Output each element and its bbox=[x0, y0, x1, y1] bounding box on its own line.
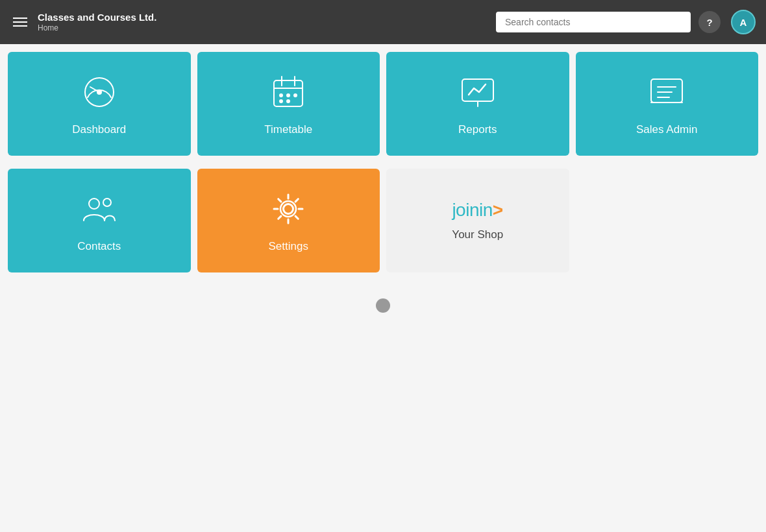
search-input[interactable] bbox=[496, 12, 691, 32]
tile-contacts-label: Contacts bbox=[77, 240, 121, 253]
tile-contacts[interactable]: Contacts bbox=[8, 169, 191, 272]
svg-rect-14 bbox=[651, 79, 682, 103]
gear-icon bbox=[267, 188, 309, 230]
monitor-chart-icon bbox=[457, 71, 499, 113]
joinin-logo: joinin> bbox=[452, 200, 503, 221]
tile-reports[interactable]: Reports bbox=[386, 52, 569, 156]
tile-timetable-label: Timetable bbox=[264, 123, 312, 136]
svg-point-8 bbox=[294, 94, 297, 97]
svg-point-7 bbox=[287, 94, 290, 97]
tile-sales-admin[interactable]: Sales Admin bbox=[576, 52, 759, 156]
calendar-icon bbox=[267, 71, 309, 113]
tile-grid-row2: Contacts Settings joinin> Your Shop bbox=[8, 169, 758, 272]
app-name: Classes and Courses Ltd. bbox=[38, 12, 488, 23]
tile-dashboard-label: Dashboard bbox=[72, 123, 126, 136]
speedometer-icon bbox=[79, 71, 120, 113]
tile-your-shop-label: Your Shop bbox=[452, 228, 503, 241]
svg-point-6 bbox=[280, 94, 282, 97]
svg-point-20 bbox=[103, 199, 111, 206]
app-subtitle: Home bbox=[38, 23, 488, 32]
svg-point-1 bbox=[97, 90, 101, 94]
loading-indicator bbox=[376, 298, 390, 313]
contacts-icon bbox=[79, 188, 120, 230]
header-title-block: Classes and Courses Ltd. Home bbox=[38, 12, 488, 32]
tile-your-shop[interactable]: joinin> Your Shop bbox=[386, 169, 569, 272]
tile-settings[interactable]: Settings bbox=[197, 169, 380, 272]
tile-dashboard[interactable]: Dashboard bbox=[8, 52, 191, 156]
tile-grid-row1: Dashboard Timetable bbox=[8, 52, 758, 162]
list-screen-icon bbox=[646, 71, 687, 113]
tile-sales-admin-label: Sales Admin bbox=[636, 123, 698, 136]
svg-point-23 bbox=[284, 204, 293, 213]
help-button[interactable]: ? bbox=[698, 11, 721, 33]
hamburger-menu[interactable] bbox=[10, 15, 30, 29]
svg-point-9 bbox=[280, 100, 282, 103]
app-header: Classes and Courses Ltd. Home ? A bbox=[0, 0, 766, 44]
main-content: Dashboard Timetable bbox=[0, 44, 766, 532]
avatar[interactable]: A bbox=[731, 10, 756, 34]
svg-point-19 bbox=[89, 199, 99, 209]
svg-point-10 bbox=[287, 100, 290, 103]
tile-settings-label: Settings bbox=[269, 240, 308, 253]
tile-timetable[interactable]: Timetable bbox=[197, 52, 380, 156]
tile-reports-label: Reports bbox=[458, 123, 497, 136]
